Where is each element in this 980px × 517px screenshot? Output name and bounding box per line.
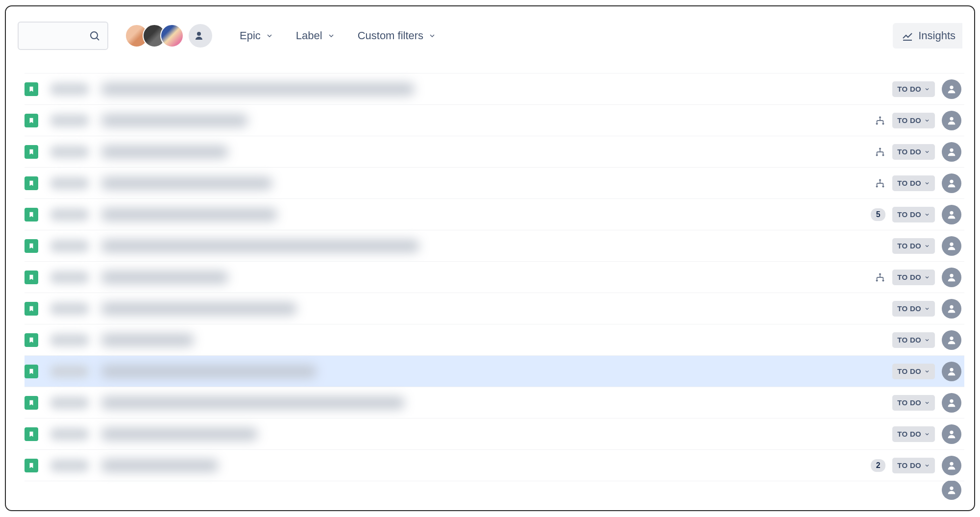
status-label: TO DO xyxy=(897,367,921,375)
svg-point-5 xyxy=(882,123,884,124)
issue-row[interactable]: TO DO xyxy=(24,261,964,293)
search-input[interactable] xyxy=(18,22,108,50)
status-dropdown[interactable]: TO DO xyxy=(892,113,935,128)
status-dropdown[interactable]: TO DO xyxy=(892,207,935,222)
svg-point-27 xyxy=(950,487,953,490)
status-label: TO DO xyxy=(897,273,921,281)
issue-row[interactable]: TO DO xyxy=(24,293,964,324)
assignee-avatar[interactable] xyxy=(942,393,961,413)
issue-key xyxy=(50,114,89,127)
chevron-down-icon xyxy=(428,32,436,40)
child-issues-icon[interactable] xyxy=(875,178,885,189)
assignee-avatar[interactable] xyxy=(942,205,961,224)
user-icon xyxy=(946,178,957,189)
search-icon xyxy=(89,30,100,42)
assignee-avatar[interactable] xyxy=(942,330,961,350)
chevron-down-icon xyxy=(924,337,930,343)
assignee-avatar[interactable] xyxy=(942,142,961,162)
add-user-button[interactable] xyxy=(189,24,212,48)
user-icon xyxy=(946,335,957,345)
chevron-down-icon xyxy=(924,149,930,155)
insights-icon xyxy=(902,30,913,42)
issue-key xyxy=(50,177,89,190)
svg-point-13 xyxy=(882,185,884,187)
issue-row[interactable]: TO DO xyxy=(24,167,964,198)
svg-point-18 xyxy=(876,279,878,281)
assignee-avatar[interactable] xyxy=(942,268,961,287)
assignee-avatar[interactable] xyxy=(942,424,961,444)
svg-point-24 xyxy=(950,399,953,402)
issue-key xyxy=(50,208,89,221)
issue-row[interactable]: TO DO xyxy=(24,104,964,136)
issue-title xyxy=(101,428,258,441)
status-dropdown[interactable]: TO DO xyxy=(892,395,935,411)
status-dropdown[interactable]: TO DO xyxy=(892,458,935,473)
issue-row-right: TO DO xyxy=(875,173,961,193)
status-dropdown[interactable]: TO DO xyxy=(892,144,935,160)
issue-row-right: TO DO xyxy=(892,299,961,319)
assignee-avatar[interactable] xyxy=(942,111,961,130)
issue-row-left xyxy=(24,302,892,316)
filter-label: Label xyxy=(296,29,322,42)
assignee-avatar[interactable] xyxy=(942,173,961,193)
chevron-down-icon xyxy=(924,306,930,312)
issue-row[interactable]: TO DO xyxy=(24,324,964,355)
child-issues-icon[interactable] xyxy=(875,272,885,283)
issue-row[interactable]: TO DO xyxy=(24,136,964,167)
status-dropdown[interactable]: TO DO xyxy=(892,426,935,442)
story-icon xyxy=(24,365,38,378)
issue-title xyxy=(101,271,228,284)
issue-row[interactable]: TO DO xyxy=(24,387,964,418)
svg-point-12 xyxy=(876,185,878,187)
issue-row-left xyxy=(24,365,892,378)
child-issues-icon[interactable] xyxy=(875,115,885,126)
issue-row[interactable]: TO DO xyxy=(24,230,964,261)
story-icon xyxy=(24,427,38,441)
status-dropdown[interactable]: TO DO xyxy=(892,81,935,97)
filter-bar: EpicLabelCustom filters xyxy=(240,29,436,42)
issue-title xyxy=(101,396,405,409)
avatar[interactable] xyxy=(160,24,184,48)
status-dropdown[interactable]: TO DO xyxy=(892,332,935,348)
issue-row[interactable]: TO DO xyxy=(24,418,964,449)
child-issues-icon[interactable] xyxy=(875,147,885,157)
user-icon xyxy=(946,397,957,408)
status-dropdown[interactable]: TO DO xyxy=(892,175,935,191)
assignee-avatar[interactable] xyxy=(942,480,961,500)
issue-row[interactable]: 2TO DO xyxy=(24,449,964,481)
filter-custom-filters[interactable]: Custom filters xyxy=(358,29,436,42)
issue-title xyxy=(101,240,419,252)
filter-epic[interactable]: Epic xyxy=(240,29,273,42)
issue-row-right: TO DO xyxy=(892,236,961,256)
status-dropdown[interactable]: TO DO xyxy=(892,270,935,285)
issue-row-right: TO DO xyxy=(892,330,961,350)
svg-point-17 xyxy=(879,273,881,275)
issue-key xyxy=(50,396,89,409)
issue-title xyxy=(101,146,228,158)
status-label: TO DO xyxy=(897,398,921,407)
story-icon xyxy=(24,145,38,159)
status-label: TO DO xyxy=(897,430,921,438)
issue-row-left xyxy=(24,82,892,96)
assignee-avatar[interactable] xyxy=(942,299,961,319)
status-dropdown[interactable]: TO DO xyxy=(892,301,935,317)
assignee-avatar[interactable] xyxy=(942,362,961,381)
issue-row[interactable]: 5TO DO xyxy=(24,198,964,230)
assignee-avatar[interactable] xyxy=(942,456,961,475)
issue-row[interactable]: TO DO xyxy=(24,355,964,387)
issue-row-left xyxy=(24,396,892,410)
issue-row[interactable]: TO DO xyxy=(24,73,964,104)
story-icon xyxy=(24,114,38,127)
chevron-down-icon xyxy=(327,32,335,40)
story-icon xyxy=(24,208,38,222)
assignee-avatar[interactable] xyxy=(942,236,961,256)
assignee-avatar[interactable] xyxy=(942,79,961,99)
svg-point-15 xyxy=(950,211,953,214)
status-dropdown[interactable]: TO DO xyxy=(892,364,935,379)
status-dropdown[interactable]: TO DO xyxy=(892,238,935,254)
insights-button[interactable]: Insights xyxy=(893,23,962,49)
user-icon xyxy=(946,366,957,377)
filter-label[interactable]: Label xyxy=(296,29,335,42)
issue-row-left xyxy=(24,333,892,347)
issue-row-right: TO DO xyxy=(892,393,961,413)
